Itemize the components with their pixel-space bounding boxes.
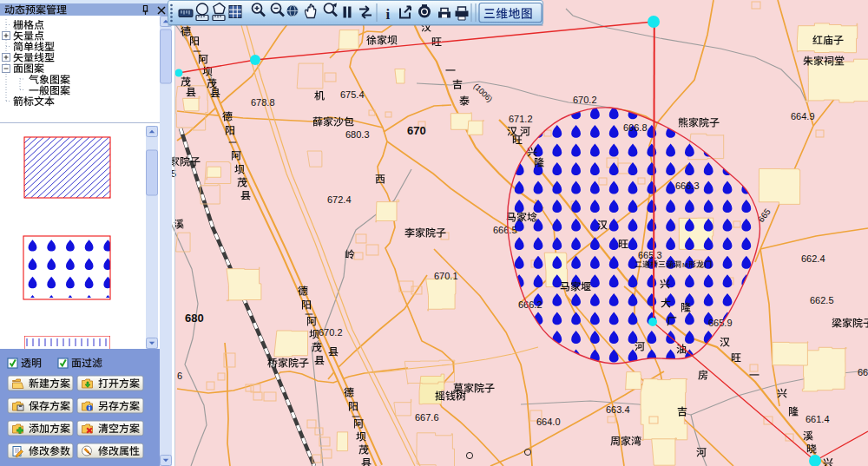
svg-text:670: 670 (407, 124, 426, 137)
svg-text:672.4: 672.4 (327, 194, 352, 205)
svg-text:671.2: 671.2 (509, 114, 533, 124)
svg-text:6: 6 (177, 371, 182, 381)
svg-text:667.6: 667.6 (415, 412, 439, 423)
svg-text:666.5: 666.5 (493, 225, 517, 235)
svg-text:675.4: 675.4 (340, 89, 365, 100)
svg-text:680.3: 680.3 (345, 129, 370, 140)
svg-text:663.4: 663.4 (606, 404, 630, 415)
svg-text:661.4: 661.4 (806, 414, 830, 424)
svg-text:662.5: 662.5 (810, 295, 834, 305)
svg-text:665.3: 665.3 (638, 250, 662, 260)
svg-text:670.1: 670.1 (434, 271, 458, 281)
svg-text:666.2: 666.2 (518, 299, 542, 310)
svg-text:670.2: 670.2 (573, 95, 597, 105)
svg-text:M: M (682, 261, 688, 269)
svg-text:66: 66 (858, 367, 868, 377)
svg-text:i: i (386, 6, 391, 23)
svg-text:664.0: 664.0 (536, 417, 561, 427)
svg-text:680: 680 (185, 312, 204, 325)
svg-text:670.2: 670.2 (319, 327, 343, 338)
svg-text:678.8: 678.8 (251, 97, 275, 108)
svg-text:666.3: 666.3 (675, 180, 700, 191)
svg-text:664.9: 664.9 (791, 111, 815, 121)
svg-text:662.4: 662.4 (801, 253, 825, 264)
svg-text:666.8: 666.8 (623, 122, 648, 133)
